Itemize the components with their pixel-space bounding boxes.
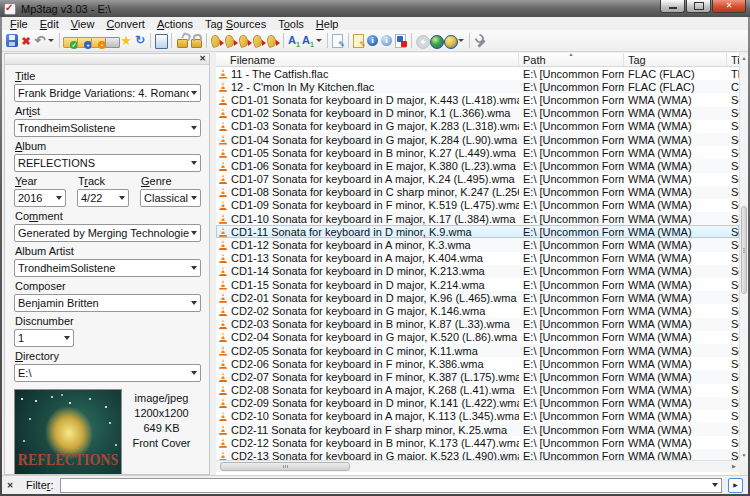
recent-directory-button[interactable]: [91, 32, 105, 50]
convert-filename-tag-button[interactable]: [224, 32, 238, 50]
column-header-tag[interactable]: Tag: [624, 53, 727, 66]
field-composer[interactable]: Benjamin Britten: [14, 294, 201, 312]
convert-tag-tag-button[interactable]: [266, 32, 280, 50]
auto-numbering-button[interactable]: [331, 32, 345, 50]
album-cover-art[interactable]: REFLECTIONSTRONDHEIMSOLISTENEREFLECTIONS: [14, 389, 122, 475]
table-row[interactable]: CD2-05 Sonata for keyboard in C minor, K…: [216, 344, 739, 357]
chevron-down-icon[interactable]: [191, 126, 197, 130]
table-row[interactable]: CD1-01 Sonata for keyboard in D major, K…: [216, 93, 739, 106]
chevron-down-icon[interactable]: [316, 39, 322, 42]
table-row[interactable]: 11 - The Catfish.flacE:\ [Uncommon Forma…: [216, 67, 739, 80]
filter-input[interactable]: [60, 478, 722, 493]
table-row[interactable]: CD2-07 Sonata for keyboard in F minor, K…: [216, 370, 739, 383]
field-title[interactable]: Frank Bridge Variations: 4. Romance: [14, 84, 201, 102]
web-source-button[interactable]: [429, 32, 443, 50]
menu-item-view[interactable]: View: [65, 18, 101, 30]
table-row[interactable]: 12 - C'mon In My Kitchen.flacE:\ [Uncomm…: [216, 80, 739, 93]
scroll-up-icon[interactable]: ▲: [740, 53, 748, 63]
tag-panel-button[interactable]: [154, 32, 168, 50]
close-button[interactable]: [712, 0, 746, 13]
filter-dropdown-icon[interactable]: [712, 483, 718, 487]
chevron-down-icon[interactable]: [191, 91, 197, 95]
field-track[interactable]: 4/22: [77, 189, 129, 207]
chevron-down-icon[interactable]: [191, 196, 197, 200]
chevron-down-icon[interactable]: [48, 39, 54, 42]
convert-tag-filename-button[interactable]: [210, 32, 224, 50]
table-row[interactable]: CD1-10 Sonata for keyboard in F major, K…: [216, 212, 739, 225]
export-button[interactable]: [415, 32, 429, 50]
chevron-down-icon[interactable]: [191, 161, 197, 165]
chevron-down-icon[interactable]: [56, 196, 62, 200]
table-row[interactable]: CD1-15 Sonata for keyboard in D major, K…: [216, 278, 739, 291]
column-header-path[interactable]: ▲Path: [519, 53, 624, 66]
column-header-title[interactable]: Titl: [727, 53, 739, 66]
horizontal-scrollbar[interactable]: ▶: [216, 460, 739, 472]
menu-item-help[interactable]: Help: [310, 18, 345, 30]
table-row[interactable]: CD1-04 Sonata for keyboard in G major, K…: [216, 133, 739, 146]
menu-item-convert[interactable]: Convert: [100, 18, 151, 30]
favorites-button[interactable]: [119, 32, 133, 50]
playlist-button[interactable]: [105, 32, 119, 50]
table-row[interactable]: CD1-12 Sonata for keyboard in A minor, K…: [216, 238, 739, 251]
field-discnumber[interactable]: 1: [14, 329, 74, 347]
options-button[interactable]: [473, 32, 487, 50]
chevron-down-icon[interactable]: [191, 231, 197, 235]
field-genre[interactable]: Classical: [140, 189, 201, 207]
menu-item-tag-sources[interactable]: Tag Sources: [199, 18, 272, 30]
media-info-button[interactable]: [380, 32, 394, 50]
filter-close-icon[interactable]: ✕: [2, 481, 18, 490]
menu-item-actions[interactable]: Actions: [151, 18, 199, 30]
unlock-button[interactable]: [175, 32, 189, 50]
table-row[interactable]: CD2-03 Sonata for keyboard in B minor, K…: [216, 318, 739, 331]
table-row[interactable]: CD1-14 Sonata for keyboard in D minor, K…: [216, 265, 739, 278]
remove-tag-button[interactable]: [19, 32, 33, 50]
title-bar[interactable]: Mp3tag v3.03 - E:\: [0, 0, 750, 17]
field-directory[interactable]: E:\: [14, 364, 201, 382]
minimize-button[interactable]: [660, 0, 685, 13]
undo-button[interactable]: [33, 32, 56, 50]
table-row[interactable]: CD1-13 Sonata for keyboard in A major, K…: [216, 252, 739, 265]
table-row[interactable]: CD1-11 Sonata for keyboard in D minor, K…: [216, 225, 739, 238]
table-row[interactable]: CD1-07 Sonata for keyboard in A major, K…: [216, 173, 739, 186]
chevron-down-icon[interactable]: [191, 371, 197, 375]
scroll-right-icon[interactable]: ▶: [729, 461, 739, 472]
menu-item-edit[interactable]: Edit: [34, 18, 65, 30]
table-row[interactable]: CD2-02 Sonata for keyboard in G major, K…: [216, 304, 739, 317]
filter-apply-button[interactable]: ▶: [728, 478, 743, 493]
table-row[interactable]: CD1-09 Sonata for keyboard in F minor, K…: [216, 199, 739, 212]
table-row[interactable]: CD2-04 Sonata for keyboard in G major, K…: [216, 331, 739, 344]
chevron-down-icon[interactable]: [64, 336, 70, 340]
convert-filename-filename-button[interactable]: [238, 32, 252, 50]
table-row[interactable]: CD1-08 Sonata for keyboard in C sharp mi…: [216, 186, 739, 199]
table-row[interactable]: CD2-10 Sonata for keyboard in A major, K…: [216, 410, 739, 423]
field-comment[interactable]: Generated by Merging Technologies Album …: [14, 224, 201, 242]
refresh-button[interactable]: [133, 32, 147, 50]
lock-button[interactable]: [189, 32, 203, 50]
table-row[interactable]: CD2-09 Sonata for keyboard in D minor, K…: [216, 397, 739, 410]
menu-item-file[interactable]: File: [4, 18, 34, 30]
menu-item-tools[interactable]: Tools: [272, 18, 310, 30]
scroll-down-icon[interactable]: ▼: [740, 450, 748, 460]
column-header-filename[interactable]: Filename: [216, 53, 519, 66]
chevron-down-icon[interactable]: [458, 39, 464, 42]
table-row[interactable]: CD1-05 Sonata for keyboard in B minor, K…: [216, 146, 739, 159]
field-artist[interactable]: TrondheimSolistene: [14, 119, 201, 137]
file-info-button[interactable]: [366, 32, 380, 50]
chevron-down-icon[interactable]: [191, 301, 197, 305]
chevron-down-icon[interactable]: [119, 196, 125, 200]
extended-tags-button[interactable]: [394, 32, 408, 50]
table-row[interactable]: CD2-01 Sonata for keyboard in D major, K…: [216, 291, 739, 304]
edit-tag-button[interactable]: [352, 32, 366, 50]
field-year[interactable]: 2016: [14, 189, 66, 207]
table-row[interactable]: CD1-03 Sonata for keyboard in G major, K…: [216, 120, 739, 133]
table-row[interactable]: CD2-08 Sonata for keyboard in A major, K…: [216, 384, 739, 397]
convert-text-file-tag-button[interactable]: [252, 32, 266, 50]
table-row[interactable]: CD1-02 Sonata for keyboard in D minor, K…: [216, 107, 739, 120]
table-row[interactable]: CD1-06 Sonata for keyboard in E major, K…: [216, 159, 739, 172]
actions-button[interactable]: [287, 32, 301, 50]
table-row[interactable]: CD2-12 Sonata for keyboard in B minor, K…: [216, 436, 739, 449]
table-row[interactable]: CD2-13 Sonata for keyboard in G major, K…: [216, 449, 739, 460]
actions-quick-button[interactable]: [301, 32, 324, 50]
table-row[interactable]: CD2-06 Sonata for keyboard in F minor, K…: [216, 357, 739, 370]
web-sources-menu-button[interactable]: [443, 32, 466, 50]
